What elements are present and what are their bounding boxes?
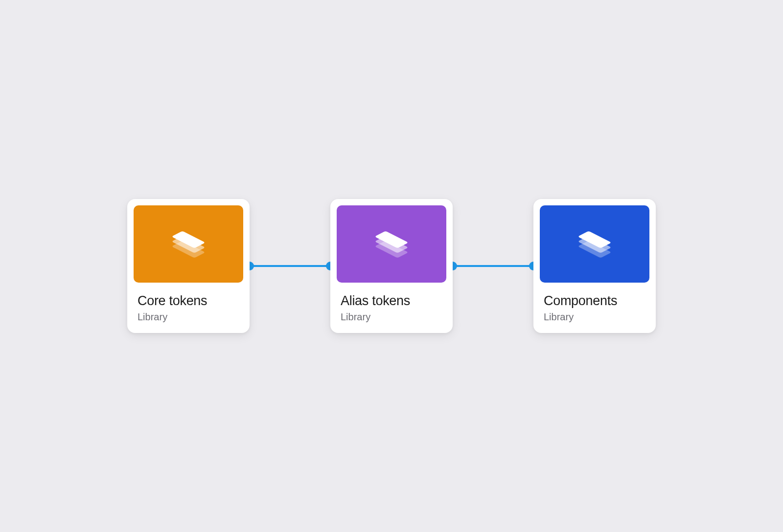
card-thumbnail <box>337 205 446 283</box>
card-title: Components <box>544 293 645 309</box>
layers-icon <box>175 232 202 256</box>
library-card-core-tokens[interactable]: Core tokens Library <box>127 199 250 333</box>
layers-icon <box>581 232 608 256</box>
connector-line <box>250 265 330 267</box>
connector-line <box>453 265 533 267</box>
library-card-alias-tokens[interactable]: Alias tokens Library <box>330 199 453 333</box>
layers-icon <box>378 232 405 256</box>
library-card-components[interactable]: Components Library <box>533 199 656 333</box>
card-subtitle: Library <box>544 311 645 323</box>
card-thumbnail <box>540 205 649 283</box>
card-subtitle: Library <box>138 311 239 323</box>
card-subtitle: Library <box>341 311 442 323</box>
card-title: Alias tokens <box>341 293 442 309</box>
card-title: Core tokens <box>138 293 239 309</box>
card-thumbnail <box>134 205 243 283</box>
library-flow-diagram: Core tokens Library Alias tokens Library <box>127 199 656 333</box>
